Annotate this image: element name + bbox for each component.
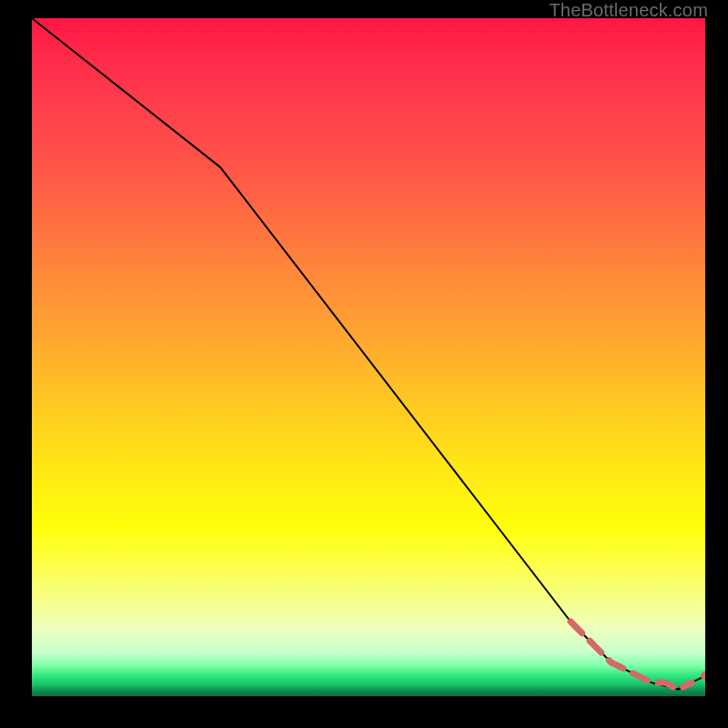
endpoint-dot	[701, 672, 705, 681]
optimal-region-dashed	[571, 622, 692, 690]
chart-overlay	[32, 18, 705, 696]
endpoint-marker	[701, 672, 705, 681]
bottleneck-curve	[32, 18, 705, 690]
chart-container: { "watermark": "TheBottleneck.com", "col…	[0, 0, 728, 728]
plot-area	[32, 18, 705, 696]
